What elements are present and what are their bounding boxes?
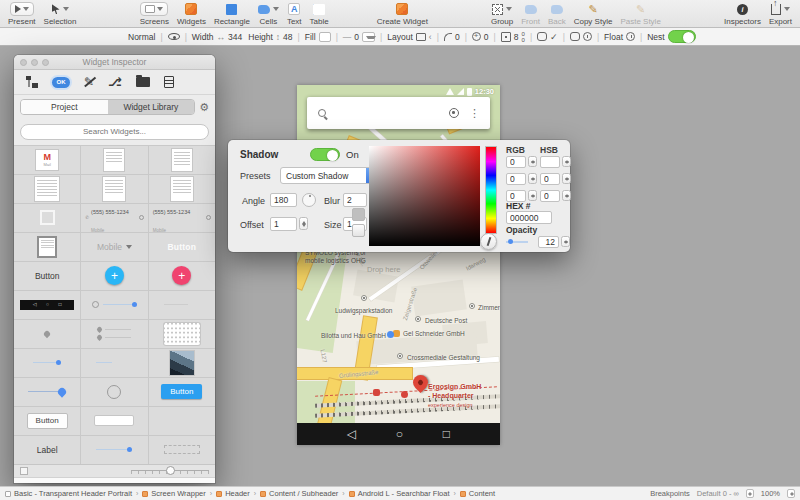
hsb-h-stepper[interactable] bbox=[562, 156, 571, 167]
tab-project[interactable]: Project bbox=[21, 100, 108, 114]
widget-cell-text-placeholder[interactable] bbox=[149, 291, 215, 319]
hsb-b-input[interactable] bbox=[540, 190, 560, 202]
presets-dropdown[interactable]: Custom Shadow bbox=[280, 167, 380, 184]
screens-button[interactable]: Screens bbox=[140, 2, 169, 26]
document-icon[interactable] bbox=[164, 76, 174, 88]
breadcrumb-item[interactable]: Content / Subheader bbox=[260, 489, 338, 498]
widget-cell-container[interactable] bbox=[14, 204, 80, 232]
padding-control[interactable]: 8 00 bbox=[501, 31, 525, 43]
opacity-slider[interactable] bbox=[506, 241, 528, 243]
offset-stepper[interactable] bbox=[299, 217, 308, 230]
rgb-g-stepper[interactable] bbox=[528, 173, 537, 184]
hsb-h-input[interactable] bbox=[540, 156, 560, 168]
gear-icon[interactable]: ⚙ bbox=[199, 102, 209, 113]
hsb-s-input[interactable] bbox=[540, 173, 560, 185]
float-control[interactable]: Float bbox=[604, 32, 635, 42]
breadcrumb-item[interactable]: Android L - Searchbar Float bbox=[349, 489, 450, 498]
color-saturation-area[interactable] bbox=[369, 146, 480, 246]
widget-cell-button-outline[interactable]: Button bbox=[14, 407, 80, 435]
table-button[interactable]: Table bbox=[310, 2, 329, 26]
offset-input[interactable] bbox=[270, 217, 297, 231]
eyedropper-button[interactable] bbox=[480, 233, 497, 250]
layout-control[interactable]: Layout ‹ bbox=[387, 32, 431, 42]
widget-cell-text-page[interactable] bbox=[81, 175, 147, 203]
branch-icon[interactable]: ⎇ bbox=[108, 76, 122, 88]
widget-cell-dotted[interactable] bbox=[149, 436, 215, 464]
hsb-b-stepper[interactable] bbox=[562, 190, 571, 201]
hex-input[interactable] bbox=[506, 211, 552, 224]
widget-cell-keyboard[interactable] bbox=[149, 320, 215, 348]
widget-cell-photo[interactable] bbox=[149, 349, 215, 377]
widget-cell-button-flat[interactable]: Button bbox=[149, 233, 215, 261]
widget-cell-contact[interactable]: (555) 555-1234Mobile bbox=[149, 204, 215, 232]
position-control[interactable]: 0 bbox=[472, 32, 489, 42]
breadcrumb-item[interactable]: Header bbox=[216, 489, 250, 498]
rgb-r-input[interactable] bbox=[506, 156, 526, 168]
breadcrumb-item[interactable]: Screen Wrapper bbox=[142, 489, 205, 498]
widget-cell-text-field[interactable] bbox=[81, 407, 147, 435]
hue-slider[interactable] bbox=[485, 146, 497, 234]
tab-widget-library[interactable]: Widget Library bbox=[108, 100, 195, 114]
height-control[interactable]: Height ↕ 48 bbox=[248, 32, 292, 42]
hierarchy-icon[interactable] bbox=[26, 76, 38, 88]
color-mode-pattern-button[interactable] bbox=[352, 224, 365, 237]
angle-input[interactable] bbox=[270, 193, 297, 207]
fill-swatch[interactable] bbox=[319, 32, 331, 42]
rgb-r-stepper[interactable] bbox=[528, 156, 537, 167]
grid-zoom-slider[interactable] bbox=[131, 467, 209, 474]
searchbar-float-widget[interactable]: ⋮ bbox=[307, 97, 490, 129]
widget-cell-mail[interactable]: MMail bbox=[14, 146, 80, 174]
color-mode-solid-button[interactable] bbox=[352, 208, 365, 221]
create-widget-button[interactable]: Create Widget bbox=[377, 2, 428, 26]
paste-style-button[interactable]: ✎ Paste Style bbox=[620, 2, 660, 26]
widget-cell-document[interactable] bbox=[81, 146, 147, 174]
present-button[interactable]: Present bbox=[8, 2, 36, 26]
nest-toggle[interactable] bbox=[668, 30, 696, 43]
rounded-corner-toggle[interactable]: ✓ bbox=[537, 32, 558, 42]
no-style-icon[interactable]: ✎ bbox=[84, 76, 94, 88]
copy-style-button[interactable]: ✎ Copy Style bbox=[574, 2, 613, 26]
widget-cell-fab-blue[interactable]: + bbox=[81, 262, 147, 290]
widget-mode-icon[interactable]: OK bbox=[52, 77, 70, 88]
blur-input[interactable] bbox=[343, 193, 367, 207]
timing-control[interactable] bbox=[570, 32, 592, 41]
width-control[interactable]: Width ↔ 344 bbox=[192, 32, 242, 42]
rgb-b-stepper[interactable] bbox=[528, 190, 537, 201]
widget-cell-text-page[interactable] bbox=[14, 175, 80, 203]
visibility-eye-icon[interactable] bbox=[168, 33, 180, 40]
inspectors-button[interactable]: i Inspectors bbox=[724, 2, 761, 26]
panel-title-bar[interactable]: Widget Inspector bbox=[14, 55, 215, 70]
border-control[interactable]: — 0 bbox=[343, 32, 375, 42]
opacity-stepper[interactable] bbox=[561, 236, 570, 247]
hsb-s-stepper[interactable] bbox=[562, 173, 571, 184]
opacity-input[interactable] bbox=[538, 236, 559, 248]
widget-cell-map-slider[interactable] bbox=[14, 378, 80, 406]
nest-control[interactable]: Nest bbox=[647, 30, 695, 43]
widget-cell-slider[interactable] bbox=[14, 349, 80, 377]
widget-cell-slider2[interactable] bbox=[81, 436, 147, 464]
zoom-stepper[interactable] bbox=[787, 489, 795, 498]
window-controls[interactable] bbox=[20, 59, 49, 66]
widget-cell-mobile-dropdown[interactable]: Mobile bbox=[81, 233, 147, 261]
widget-cell-button-material[interactable]: Button bbox=[149, 378, 215, 406]
border-style-dropdown[interactable] bbox=[362, 32, 375, 42]
widget-cell-marker-list[interactable] bbox=[81, 320, 147, 348]
front-button[interactable]: Front bbox=[521, 2, 540, 26]
group-button[interactable]: Group bbox=[491, 2, 513, 26]
widgets-button[interactable]: Widgets bbox=[177, 2, 206, 26]
angle-dial[interactable] bbox=[302, 193, 316, 207]
fill-control[interactable]: Fill bbox=[305, 32, 331, 42]
breadcrumb-item[interactable]: Content bbox=[460, 489, 495, 498]
cells-button[interactable]: Cells bbox=[258, 2, 279, 26]
breakpoint-dropdown[interactable]: Default 0 - ∞ bbox=[697, 489, 739, 498]
widget-cell-fab-pink[interactable]: + bbox=[149, 262, 215, 290]
breakpoint-stepper[interactable] bbox=[746, 489, 754, 498]
rgb-g-input[interactable] bbox=[506, 173, 526, 185]
widget-cell-text-page[interactable] bbox=[149, 175, 215, 203]
widget-cell-framed-doc[interactable] bbox=[14, 233, 80, 261]
widget-cell-list[interactable] bbox=[149, 146, 215, 174]
selection-button[interactable]: Selection bbox=[44, 2, 77, 26]
shadow-toggle[interactable] bbox=[310, 148, 340, 161]
widget-cell-button-text[interactable]: Button bbox=[14, 262, 80, 290]
widget-cell-android-navbar[interactable]: ◁○□ bbox=[14, 291, 80, 319]
